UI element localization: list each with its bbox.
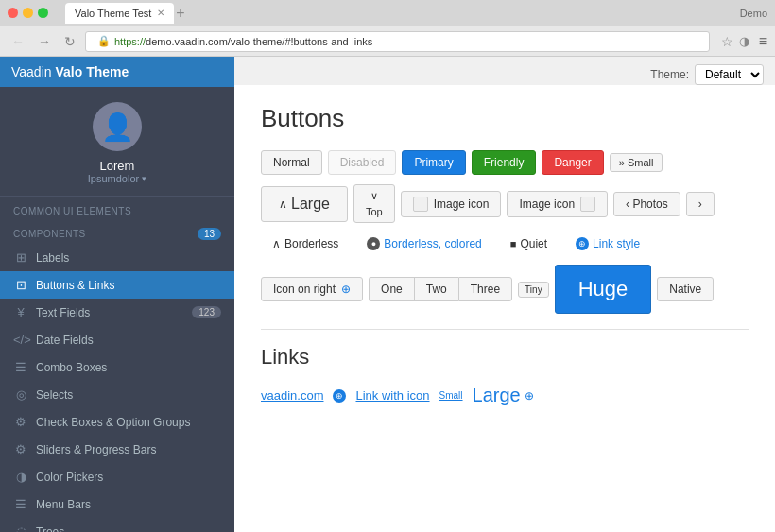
small-button[interactable]: » Small	[610, 153, 663, 172]
sidebar-header: Vaadin Valo Theme	[0, 57, 234, 87]
native-button[interactable]: Native	[657, 277, 714, 301]
sidebar-item-trees[interactable]: ◌ Trees	[0, 518, 234, 532]
address-bar[interactable]: 🔒 https:// demo.vaadin.com /valo-theme/#…	[85, 31, 710, 52]
lock-icon: 🔒	[97, 35, 111, 47]
ext-icon-1: ◑	[739, 34, 749, 48]
sidebar-item-label: Text Fields	[36, 306, 90, 319]
sidebar-item-text-fields[interactable]: ¥ Text Fields 123	[0, 299, 234, 326]
two-button[interactable]: Two	[414, 277, 458, 301]
user-subtitle-text: Ipsumdolor	[88, 173, 139, 184]
close-dot[interactable]	[8, 8, 18, 18]
friendly-button[interactable]: Friendly	[472, 150, 537, 175]
normal-button[interactable]: Normal	[261, 150, 322, 175]
refresh-button[interactable]: ↻	[60, 32, 79, 51]
top-button[interactable]: ∨ Top	[353, 184, 395, 223]
image-icon-button-2[interactable]: Image icon	[507, 191, 608, 217]
danger-button[interactable]: Danger	[542, 150, 603, 175]
image-icon-placeholder-2	[580, 197, 595, 212]
link-with-icon[interactable]: Link with icon	[355, 388, 429, 403]
sidebar-item-label: Color Pickers	[36, 471, 103, 484]
sidebar-item-label: Selects	[36, 388, 73, 402]
huge-button[interactable]: Huge	[555, 265, 652, 314]
sidebar-item-sliders[interactable]: ⚙ Sliders & Progress Bars	[0, 436, 234, 463]
avatar: 👤	[93, 102, 142, 151]
borderless-chevron: ∧	[272, 237, 281, 250]
tab-title: Valo Theme Test	[75, 8, 151, 19]
sidebar-item-label: Sliders & Progress Bars	[36, 443, 156, 456]
sidebar-item-color-pickers[interactable]: ◑ Color Pickers	[0, 463, 234, 490]
borderless-colored-button[interactable]: ● Borderless, colored	[355, 232, 492, 255]
sidebar-item-checkboxes[interactable]: ⚙ Check Boxes & Option Groups	[0, 408, 234, 436]
menu-icon[interactable]: ≡	[759, 33, 767, 50]
button-row-1: Normal Disabled Primary Friendly Danger …	[261, 150, 749, 175]
button-row-2: ∧ Large ∨ Top Image icon Image icon ‹ Ph…	[261, 184, 749, 223]
arrow-button[interactable]: ›	[686, 192, 715, 216]
sidebar-item-label: Check Boxes & Option Groups	[36, 416, 190, 429]
large-link[interactable]: Large ⊕	[473, 385, 534, 406]
components-header: Components 13	[0, 220, 234, 244]
link-bullet-icon: ⊕	[333, 389, 346, 403]
quiet-icon: ■	[510, 238, 517, 249]
tiny-button[interactable]: Tiny	[518, 282, 549, 298]
combo-boxes-icon: ☰	[13, 360, 28, 374]
sidebar-item-selects[interactable]: ◎ Selects	[0, 381, 234, 408]
brand-logo: Vaadin Valo Theme	[11, 64, 129, 79]
main-content: Theme: Default Buttons Normal Disabled P…	[234, 57, 775, 532]
text-fields-icon: ¥	[13, 305, 28, 319]
text-fields-badge: 123	[192, 306, 221, 318]
menu-bars-icon: ☰	[13, 497, 28, 511]
sidebar-item-date-fields[interactable]: </> Date Fields	[0, 326, 234, 353]
components-badge: 13	[198, 228, 221, 240]
minimize-dot[interactable]	[23, 8, 33, 18]
sidebar-item-label: Labels	[36, 251, 69, 265]
tab-close[interactable]: ✕	[157, 8, 164, 18]
quiet-button[interactable]: ■ Quiet	[499, 232, 559, 255]
url-domain: demo.vaadin.com	[146, 36, 228, 47]
user-subtitle: Ipsumdolor ▾	[88, 173, 146, 184]
maximize-dot[interactable]	[38, 8, 48, 18]
new-tab-button[interactable]: +	[176, 6, 184, 21]
links-section-title: Links	[261, 345, 749, 369]
sidebar-item-buttons[interactable]: ⊡ Buttons & Links	[0, 271, 234, 299]
sidebar: Vaadin Valo Theme 👤 Lorem Ipsumdolor ▾ C…	[0, 57, 234, 532]
sidebar-item-label: Trees	[36, 525, 64, 533]
demo-label: Demo	[740, 8, 767, 19]
one-two-three-group: One Two Three	[369, 277, 512, 301]
sidebar-item-label: Menu Bars	[36, 498, 91, 511]
icon-on-right-button[interactable]: Icon on right ⊕	[261, 277, 363, 301]
primary-button[interactable]: Primary	[402, 150, 465, 175]
large-button[interactable]: ∧ Large	[261, 186, 348, 222]
photos-button[interactable]: ‹ Photos	[613, 192, 680, 216]
brand-name: Vaadin	[11, 64, 52, 79]
theme-select[interactable]: Default	[695, 64, 764, 85]
vaadin-com-link[interactable]: vaadin.com	[261, 388, 323, 403]
color-pickers-icon: ◑	[13, 470, 28, 484]
sidebar-item-label: Combo Boxes	[36, 361, 107, 374]
back-button[interactable]: ←	[8, 32, 28, 51]
url-path: /valo-theme/#!buttons-and-links	[228, 36, 372, 47]
three-button[interactable]: Three	[458, 277, 512, 301]
url-protocol: https://	[114, 36, 146, 47]
icon-right-symbol: ⊕	[341, 283, 351, 296]
forward-button[interactable]: →	[34, 32, 55, 51]
sidebar-item-labels[interactable]: ⊞ Labels	[0, 244, 234, 271]
disabled-button: Disabled	[328, 150, 397, 175]
avatar-icon: 👤	[101, 112, 134, 143]
borderless-button[interactable]: ∧ Borderless	[261, 232, 350, 255]
bookmark-icon[interactable]: ☆	[721, 34, 733, 49]
theme-label: Theme:	[650, 68, 689, 81]
link-style-button[interactable]: ⊕ Link style	[564, 232, 651, 255]
browser-tab[interactable]: Valo Theme Test ✕	[65, 3, 174, 24]
image-icon-button-1[interactable]: Image icon	[401, 191, 502, 217]
checkboxes-icon: ⚙	[13, 415, 28, 429]
top-chevron: ∨	[370, 190, 378, 202]
small-link[interactable]: Small	[439, 390, 463, 401]
date-fields-icon: </>	[13, 333, 28, 347]
sidebar-item-menu-bars[interactable]: ☰ Menu Bars	[0, 490, 234, 518]
sliders-icon: ⚙	[13, 442, 28, 456]
apple-icon: ●	[367, 237, 380, 250]
image-icon-placeholder-1	[413, 197, 428, 212]
one-button[interactable]: One	[369, 277, 414, 301]
selects-icon: ◎	[13, 387, 28, 402]
sidebar-item-combo-boxes[interactable]: ☰ Combo Boxes	[0, 353, 234, 381]
